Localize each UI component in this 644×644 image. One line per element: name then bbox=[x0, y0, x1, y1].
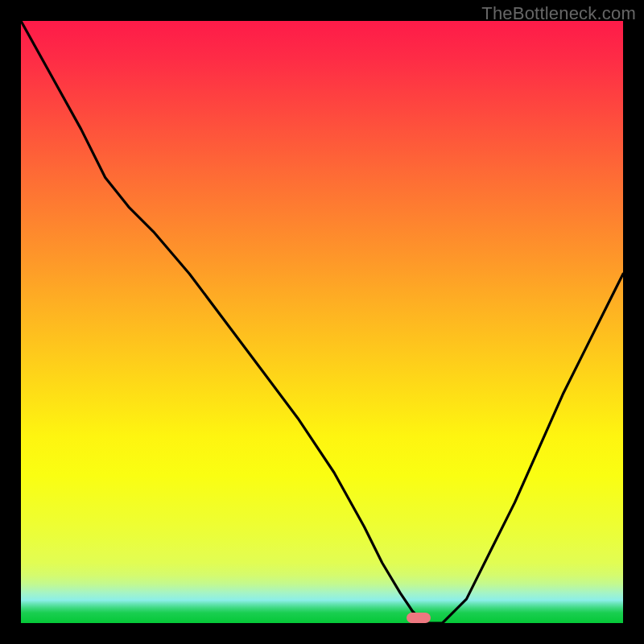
watermark-text: TheBottleneck.com bbox=[481, 3, 636, 24]
minimum-marker bbox=[407, 613, 431, 623]
bottleneck-curve bbox=[21, 21, 623, 623]
plot-area bbox=[21, 21, 623, 623]
chart-frame: TheBottleneck.com bbox=[0, 0, 644, 644]
